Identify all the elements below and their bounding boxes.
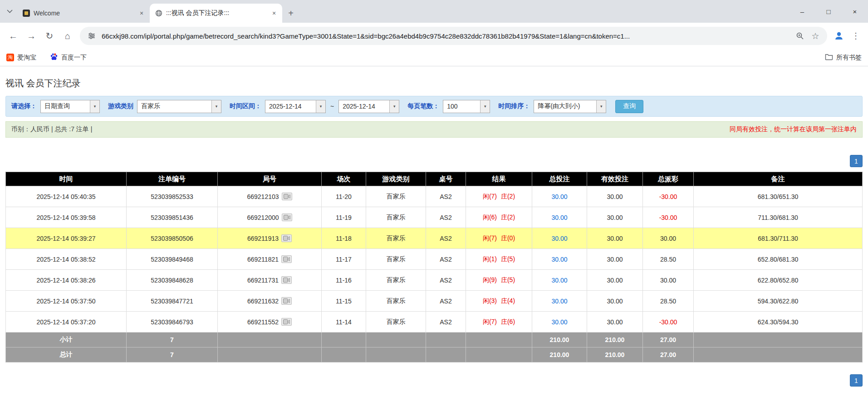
info-bar: 币别：人民币 | 总共 :7 注单 | 同局有效投注，统一计算在该局第一张注单内 [5,121,863,138]
page-size-label: 每页笔数： [407,102,439,110]
total-bet-link[interactable]: 30.00 [551,214,567,221]
cell-game-type: 百家乐 [366,291,426,312]
cell-game-type: 百家乐 [366,186,426,207]
page-size-select[interactable]: 100 ▾ [443,100,490,113]
chevron-down-icon[interactable]: ▾ [480,100,490,113]
result-banker: 庄(0) [501,234,515,242]
cell-note: 681.30/711.30 [694,228,863,249]
sort-select[interactable]: 降幂(由大到小) ▾ [534,100,606,113]
table-row: 2025-12-14 05:39:27 523039850506 6692119… [6,228,863,249]
cell-bet-id: 523039847721 [127,291,218,312]
total-bet-link[interactable]: 30.00 [551,193,567,200]
tab-title: :::视讯 会员下注记录::: [166,9,266,17]
summary-cell: 7 [127,347,218,362]
cell-table-no: AS2 [426,207,466,228]
result-banker: 庄(5) [501,255,515,263]
column-header: 桌号 [426,172,466,186]
page-1-button[interactable]: 1 [850,374,863,387]
bookmark-star-icon[interactable]: ☆ [810,30,821,41]
date-from-select[interactable]: 2025-12-14 ▾ [265,100,326,113]
chevron-down-icon[interactable]: ▾ [90,100,99,113]
back-button[interactable]: ← [5,27,22,45]
new-tab-button[interactable]: + [284,6,298,20]
sort-label: 时间排序： [498,102,530,110]
query-type-select[interactable]: 日期查询 ▾ [40,100,100,113]
video-replay-icon[interactable] [281,234,292,242]
forward-button[interactable]: → [23,27,40,45]
video-replay-icon[interactable] [281,297,292,305]
cell-round: 669212000 [218,207,322,228]
result-player: 闲(3) [483,297,497,304]
date-to-select[interactable]: 2025-12-14 ▾ [338,100,399,113]
bookmark-baidu[interactable]: 百度一下 [50,53,87,62]
summary-cell: 210.00 [587,347,643,362]
cell-result: 闲(7) 庄(0) [466,228,532,249]
total-bet-link[interactable]: 30.00 [551,256,567,263]
video-replay-icon[interactable] [281,255,292,263]
total-bet-link[interactable]: 30.00 [551,318,567,326]
summary-cell: 210.00 [587,333,643,347]
close-window-button[interactable]: × [842,0,868,23]
cell-bet-id: 523039848628 [127,270,218,291]
bookmark-aitaobao[interactable]: 淘 爱淘宝 [6,54,36,62]
site-settings-icon[interactable] [86,30,97,41]
reload-button[interactable]: ↻ [41,27,58,45]
cell-note: 594.30/622.80 [694,291,863,312]
home-button[interactable]: ⌂ [59,27,76,45]
video-replay-icon[interactable] [281,276,292,284]
cell-round: 669211821 [218,249,322,270]
browser-menu-icon[interactable]: ⋮ [848,28,863,44]
summary-cell: 210.00 [532,333,587,347]
all-bookmarks-button[interactable]: 所有书签 [825,53,862,62]
summary-cell [218,333,322,347]
maximize-button[interactable]: □ [815,0,842,23]
result-banker: 庄(6) [501,318,515,325]
summary-cell [466,347,532,362]
address-bar[interactable]: 66cxkj98.com/ipl/portal.php/game/betreco… [80,27,827,45]
search-button[interactable]: 查询 [615,100,643,113]
summary-cell [366,347,426,362]
result-player: 闲(9) [483,276,497,283]
cell-valid-bet: 30.00 [587,312,643,333]
chevron-down-icon[interactable]: ▾ [389,100,399,113]
cell-bet-id: 523039846793 [127,312,218,333]
zoom-icon[interactable] [794,30,805,41]
summary-cell [694,333,863,347]
cell-round: 669211913 [218,228,322,249]
close-tab-icon[interactable]: × [270,9,279,18]
summary-cell [218,347,322,362]
chevron-down-icon[interactable]: ▾ [596,100,606,113]
profile-avatar-icon[interactable] [831,28,847,44]
round-number: 669211552 [247,318,279,326]
summary-cell [694,347,863,362]
chevron-down-icon[interactable]: ▾ [211,100,221,113]
tab-betrecord[interactable]: :::视讯 会员下注记录::: × [150,4,282,23]
tab-welcome[interactable]: Welcome × [17,4,150,23]
total-bet-link[interactable]: 30.00 [551,235,567,242]
video-replay-icon[interactable] [282,213,292,221]
page-1-button[interactable]: 1 [850,155,863,167]
game-type-select[interactable]: 百家乐 ▾ [137,100,221,113]
column-header: 总派彩 [643,172,694,186]
cell-result: 闲(6) 庄(2) [466,207,532,228]
summary-cell: 210.00 [532,347,587,362]
chevron-down-icon[interactable] [2,0,17,23]
chevron-down-icon[interactable]: ▾ [316,100,325,113]
video-replay-icon[interactable] [282,193,292,200]
total-bet-link[interactable]: 30.00 [551,277,567,284]
tab-title: Welcome [34,10,133,17]
filter-bar: 请选择： 日期查询 ▾ 游戏类别 百家乐 ▾ 时间区间： 2025-12-14 … [5,96,863,117]
video-replay-icon[interactable] [281,318,292,326]
total-bet-link[interactable]: 30.00 [551,298,567,305]
cell-note: 652.80/681.30 [694,249,863,270]
minimize-button[interactable]: – [789,0,815,23]
cell-valid-bet: 30.00 [587,186,643,207]
url-text[interactable]: 66cxkj98.com/ipl/portal.php/game/betreco… [102,32,790,40]
welcome-favicon [23,10,30,17]
bookmark-label: 爱淘宝 [17,54,36,62]
close-tab-icon[interactable]: × [137,9,146,18]
column-header: 备注 [694,172,863,186]
column-header: 局号 [218,172,322,186]
cell-valid-bet: 30.00 [587,207,643,228]
cell-session: 11-18 [322,228,366,249]
